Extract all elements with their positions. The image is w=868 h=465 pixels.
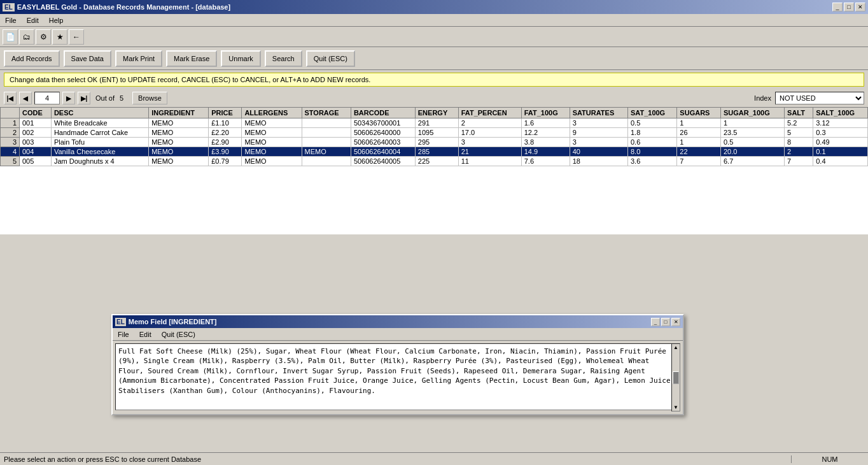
table-cell[interactable]: 3.8 (521, 138, 570, 147)
table-cell[interactable]: £0.79 (209, 157, 242, 166)
table-cell[interactable]: 5 (785, 128, 813, 138)
memo-close-button[interactable]: ✕ (671, 318, 680, 326)
table-cell[interactable]: £1.10 (209, 118, 242, 128)
table-cell[interactable]: 7 (677, 157, 721, 166)
data-table-container[interactable]: CODE DESC INGREDIENT PRICE ALLERGENS STO… (0, 107, 868, 234)
table-cell[interactable]: 3 (570, 118, 627, 128)
table-cell[interactable]: 9 (570, 128, 627, 138)
table-cell[interactable]: 23.5 (720, 128, 784, 138)
maximize-button[interactable]: □ (844, 3, 854, 11)
table-cell[interactable]: 3 (458, 138, 521, 147)
prev-record-button[interactable]: ◀ (19, 92, 32, 104)
minimize-button[interactable]: _ (832, 3, 843, 11)
table-cell[interactable]: MEMO (302, 147, 351, 157)
table-cell[interactable]: MEMO (149, 157, 209, 166)
mark-print-button[interactable]: Mark Print (115, 50, 162, 67)
memo-menu-edit[interactable]: Edit (137, 329, 154, 340)
table-cell[interactable]: 14.9 (521, 147, 570, 157)
browse-button[interactable]: Browse (132, 92, 167, 104)
memo-menu-quit[interactable]: Quit (ESC) (159, 329, 198, 340)
table-cell[interactable]: 005 (20, 157, 52, 166)
scroll-thumb[interactable] (673, 371, 679, 384)
table-cell[interactable]: 3 (570, 138, 627, 147)
table-cell[interactable]: Plain Tofu (51, 138, 148, 147)
table-cell[interactable]: 0.49 (813, 138, 868, 147)
table-cell[interactable]: 2 (458, 118, 521, 128)
table-cell[interactable]: 001 (20, 118, 52, 128)
table-cell[interactable]: 225 (415, 157, 458, 166)
save-data-button[interactable]: Save Data (64, 50, 111, 67)
settings-icon[interactable]: ⚙ (36, 29, 51, 45)
table-row[interactable]: 4004Vanilla CheesecakeMEMO£3.90MEMOMEMO5… (1, 147, 868, 157)
table-cell[interactable]: 20.0 (720, 147, 784, 157)
table-cell[interactable]: 1 (677, 118, 721, 128)
add-records-button[interactable]: Add Records (4, 50, 60, 67)
table-cell[interactable]: 506062640000 (351, 128, 415, 138)
mark-erase-button[interactable]: Mark Erase (166, 50, 217, 67)
table-cell[interactable]: 11 (458, 157, 521, 166)
table-row[interactable]: 5005Jam Doughnuts x 4MEMO£0.79MEMO506062… (1, 157, 868, 166)
table-cell[interactable]: 1 (720, 118, 784, 128)
table-cell[interactable]: 002 (20, 128, 52, 138)
table-cell[interactable]: White Breadcake (51, 118, 148, 128)
table-cell[interactable]: 8 (785, 138, 813, 147)
table-cell[interactable]: 004 (20, 147, 52, 157)
close-button[interactable]: ✕ (855, 3, 865, 11)
table-cell[interactable]: 503436700001 (351, 118, 415, 128)
open-icon[interactable]: 🗂 (19, 29, 34, 45)
table-cell[interactable]: 12.2 (521, 128, 570, 138)
table-cell[interactable]: 0.5 (627, 118, 676, 128)
next-record-button[interactable]: ▶ (62, 92, 75, 104)
table-row[interactable]: 3003Plain TofuMEMO£2.90MEMO5060626400032… (1, 138, 868, 147)
table-cell[interactable]: 1.8 (627, 128, 676, 138)
table-cell[interactable]: MEMO (242, 147, 302, 157)
table-cell[interactable]: 26 (677, 128, 721, 138)
table-cell[interactable]: £2.90 (209, 138, 242, 147)
table-cell[interactable]: 506062640004 (351, 147, 415, 157)
table-row[interactable]: 2002Handmade Carrot CakeMEMO£2.20MEMO506… (1, 128, 868, 138)
table-cell[interactable]: £2.20 (209, 128, 242, 138)
table-cell[interactable]: 18 (570, 157, 627, 166)
table-cell[interactable]: 1095 (415, 128, 458, 138)
table-cell[interactable]: 506062640003 (351, 138, 415, 147)
table-cell[interactable]: 5.2 (785, 118, 813, 128)
table-cell[interactable]: 7.6 (521, 157, 570, 166)
table-cell[interactable]: 3.6 (627, 157, 676, 166)
table-cell[interactable]: 295 (415, 138, 458, 147)
memo-scrollbar[interactable]: ▲ ▼ (671, 343, 680, 411)
star-icon[interactable]: ★ (52, 29, 67, 45)
table-cell[interactable]: 1.6 (521, 118, 570, 128)
table-cell[interactable]: 0.4 (813, 157, 868, 166)
menu-edit[interactable]: Edit (24, 15, 41, 25)
table-cell[interactable]: 21 (458, 147, 521, 157)
table-cell[interactable]: Handmade Carrot Cake (51, 128, 148, 138)
table-cell[interactable]: 506062640005 (351, 157, 415, 166)
table-cell[interactable]: 0.3 (813, 128, 868, 138)
table-cell[interactable]: 285 (415, 147, 458, 157)
table-cell[interactable]: MEMO (242, 128, 302, 138)
table-cell[interactable]: 8.0 (627, 147, 676, 157)
table-cell[interactable]: MEMO (242, 118, 302, 128)
unmark-button[interactable]: Unmark (221, 50, 261, 67)
table-cell[interactable]: 7 (785, 157, 813, 166)
table-row[interactable]: 1001White BreadcakeMEMO£1.10MEMO50343670… (1, 118, 868, 128)
table-cell[interactable]: 40 (570, 147, 627, 157)
table-cell[interactable]: 17.0 (458, 128, 521, 138)
menu-help[interactable]: Help (46, 15, 66, 25)
table-cell[interactable]: £3.90 (209, 147, 242, 157)
back-icon[interactable]: ← (69, 29, 84, 45)
table-cell[interactable]: 1 (677, 138, 721, 147)
search-button[interactable]: Search (265, 50, 302, 67)
memo-content-area[interactable] (115, 343, 680, 410)
table-cell[interactable]: MEMO (149, 128, 209, 138)
scroll-down-icon[interactable]: ▼ (673, 404, 678, 410)
table-cell[interactable] (302, 118, 351, 128)
table-cell[interactable] (302, 138, 351, 147)
table-cell[interactable] (302, 128, 351, 138)
memo-minimize-button[interactable]: _ (651, 318, 660, 326)
table-cell[interactable]: MEMO (242, 138, 302, 147)
table-cell[interactable]: 0.6 (627, 138, 676, 147)
table-cell[interactable]: MEMO (149, 147, 209, 157)
table-cell[interactable]: MEMO (149, 138, 209, 147)
table-cell[interactable]: 291 (415, 118, 458, 128)
